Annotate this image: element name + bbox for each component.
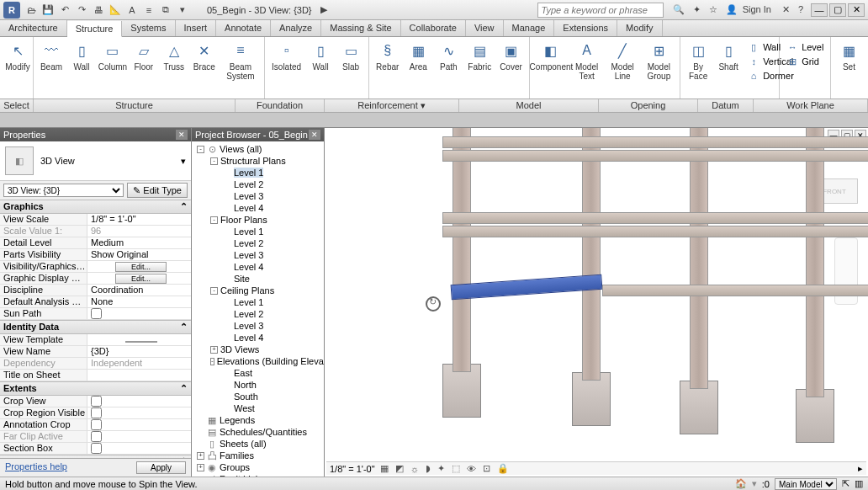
collapse-icon[interactable]: ⌃ (180, 322, 188, 333)
apply-button[interactable]: Apply (136, 461, 186, 474)
prop-row[interactable]: View Scale1/8" = 1'-0" (0, 214, 191, 226)
expand-toggle[interactable]: - (210, 157, 218, 165)
tree-node[interactable]: +Level 4 (193, 332, 322, 344)
tab-structure[interactable]: Structure (67, 21, 123, 37)
tree-node[interactable]: +Level 2 (193, 237, 322, 249)
prop-row[interactable]: Parts VisibilityShow Original (0, 249, 191, 261)
prop-row[interactable]: Default Analysis Displa...None (0, 296, 191, 308)
sun-path-icon[interactable]: ☼ (409, 464, 421, 474)
close-button[interactable]: ✕ (848, 3, 865, 17)
tab-architecture[interactable]: Architecture (0, 20, 67, 36)
prop-row[interactable]: Detail LevelMedium (0, 237, 191, 249)
tree-node[interactable]: +Site (193, 273, 322, 285)
section-graphics[interactable]: Graphics⌃ (0, 200, 191, 214)
search-icon[interactable]: 🔍 (670, 4, 687, 15)
instance-selector[interactable]: 3D View: {3D} (3, 184, 124, 197)
fabric-button[interactable]: ▤Fabric (464, 39, 495, 73)
prop-row[interactable]: Section Box (0, 443, 191, 455)
close-icon[interactable]: ✕ (309, 130, 320, 140)
redo-icon[interactable]: ↷ (74, 3, 89, 18)
tree-node[interactable]: +Level 3 (193, 320, 322, 332)
prop-row[interactable]: Crop View (0, 396, 191, 407)
text-icon[interactable]: A (124, 3, 140, 18)
by-face-button[interactable]: ◫By Face (684, 39, 712, 83)
detail-level-icon[interactable]: ▦ (378, 463, 390, 474)
edit-button[interactable]: Edit... (115, 262, 167, 272)
hide-icon[interactable]: 👁 (465, 464, 478, 474)
save-icon[interactable]: 💾 (40, 3, 56, 18)
prop-row[interactable]: View Name{3D} (0, 346, 191, 358)
viewer-button[interactable]: ▢Viewer (865, 77, 868, 91)
checkbox[interactable] (91, 431, 102, 442)
group-label-reinforcement[interactable]: Reinforcement ▾ (325, 99, 459, 112)
tree-node[interactable]: -Ceiling Plans (193, 285, 322, 296)
checkbox[interactable] (91, 396, 102, 407)
tree-node[interactable]: -Floor Plans (193, 214, 322, 226)
tree-node[interactable]: +South (193, 391, 322, 402)
tree-node[interactable]: +Level 3 (193, 190, 322, 202)
tree-node[interactable]: +Level 4 (193, 202, 322, 214)
tab-modify[interactable]: Modify (617, 20, 662, 36)
project-browser-header[interactable]: Project Browser - 05_Begin ✕ (192, 128, 324, 141)
expand-toggle[interactable]: - (210, 358, 214, 365)
model-line-button[interactable]: ╱Model Line (606, 39, 640, 83)
tree-node[interactable]: +West (193, 402, 322, 414)
tree-node[interactable]: +Level 2 (193, 308, 322, 320)
model-group-button[interactable]: ⊞Model Group (642, 39, 677, 83)
play-icon[interactable]: ▶ (320, 4, 327, 15)
tree-node[interactable]: +Level 2 (193, 178, 322, 190)
crop-icon[interactable]: ⬚ (450, 463, 462, 474)
tab-manage[interactable]: Manage (504, 20, 555, 36)
isolated-button[interactable]: ▫Isolated (268, 39, 304, 73)
visual-style-icon[interactable]: ◩ (394, 463, 405, 474)
prop-row[interactable]: Title on Sheet (0, 370, 191, 381)
switch-windows-icon[interactable]: ▾ (175, 3, 190, 18)
tab-massing-site[interactable]: Massing & Site (321, 20, 400, 36)
prop-row[interactable]: Sun Path (0, 308, 191, 320)
edit-button[interactable] (125, 341, 157, 343)
set-button[interactable]: ▦Set (834, 39, 863, 73)
cover-button[interactable]: ▣Cover (496, 39, 526, 73)
prop-row[interactable]: Visibility/Graphics Over...Edit... (0, 261, 191, 273)
column-button[interactable]: ▭Column (98, 39, 128, 73)
tab-collaborate[interactable]: Collaborate (401, 20, 466, 36)
properties-header[interactable]: Properties ✕ (0, 128, 191, 141)
measure-icon[interactable]: 📐 (108, 3, 123, 18)
reveal-icon[interactable]: ⊡ (481, 463, 492, 474)
tab-extensions[interactable]: Extensions (554, 20, 617, 36)
prop-row[interactable]: Annotation Crop (0, 419, 191, 431)
expand-toggle[interactable]: + (210, 346, 218, 354)
section-identity[interactable]: Identity Data⌃ (0, 320, 191, 334)
tree-node[interactable]: +Level 1 (193, 226, 322, 237)
prop-row[interactable]: DependencyIndependent (0, 358, 191, 370)
section-extents[interactable]: Extents⌃ (0, 381, 191, 396)
area-button[interactable]: ▦Area (404, 39, 432, 73)
app-menu-button[interactable]: R (3, 2, 20, 19)
tree-node[interactable]: +凸Families (193, 450, 322, 461)
worksets-selector[interactable]: Main Model (775, 478, 837, 490)
subscription-icon[interactable]: ✦ (691, 4, 703, 15)
prop-row[interactable]: Scale Value 1:96 (0, 226, 191, 237)
tab-view[interactable]: View (466, 20, 504, 36)
tree-node[interactable]: +East (193, 367, 322, 379)
brace-button[interactable]: ✕Brace (190, 39, 219, 73)
selected-beam[interactable] (451, 274, 603, 301)
path-button[interactable]: ∿Path (434, 39, 463, 73)
scale-label[interactable]: 1/8" = 1'-0" (330, 464, 375, 474)
viewport-3d[interactable]: — ▢ ✕ FRONT (325, 128, 868, 477)
thin-lines-icon[interactable]: ≡ (141, 3, 156, 18)
tree-node[interactable]: +Level 3 (193, 249, 322, 261)
edit-type-button[interactable]: ✎Edit Type (127, 183, 188, 198)
prop-row[interactable]: Far Clip Active (0, 431, 191, 443)
print-icon[interactable]: 🖶 (91, 3, 106, 18)
tree-node[interactable]: -Elevations (Building Eleva (193, 355, 322, 367)
wall-button[interactable]: ▯Wall (67, 39, 96, 73)
favorite-icon[interactable]: ☆ (707, 4, 720, 15)
exchange-icon[interactable]: ✕ (780, 4, 792, 15)
expand-toggle[interactable]: - (197, 146, 204, 153)
shadows-icon[interactable]: ◗ (424, 463, 432, 474)
checkbox[interactable] (91, 419, 102, 430)
show-button[interactable]: ▦Show (865, 40, 868, 54)
grid-button[interactable]: ⊞Grid (783, 55, 827, 68)
component-button[interactable]: ◧Component (533, 39, 569, 73)
